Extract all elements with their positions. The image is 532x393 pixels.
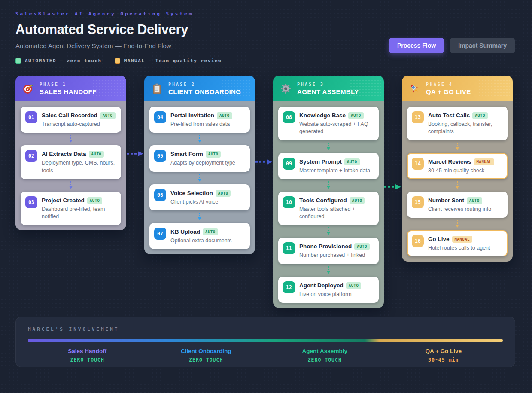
- step-title-row: KB UploadAUTO: [170, 228, 245, 235]
- step-card-07: 07KB UploadAUTOOptional extra documents: [149, 223, 250, 249]
- phase-header-text: PHASE 4QA + GO LIVE: [426, 82, 471, 95]
- involvement-segment: Client OnboardingZERO TOUCH: [147, 348, 266, 363]
- phase-body: 08Knowledge BaseAUTOWebsite auto-scraped…: [273, 101, 384, 308]
- step-title-row: Auto Test CallsAUTO: [428, 111, 503, 119]
- step-description: Master template + intake data: [299, 167, 374, 174]
- phase-header-text: PHASE 3AGENT ASSEMBLY: [297, 82, 359, 95]
- step-content: Smart FormAUTOAdapts by deployment type: [170, 150, 245, 167]
- step-title-row: System PromptAUTO: [299, 158, 374, 165]
- step-connector: [149, 133, 250, 145]
- auto-badge: AUTO: [472, 112, 488, 119]
- step-title: Auto Test Calls: [428, 112, 470, 119]
- step-connector: [407, 179, 508, 192]
- involvement-segment: Agent AssemblyZERO TOUCH: [265, 348, 384, 363]
- auto-badge: AUTO: [216, 190, 231, 197]
- step-content: Tools ConfiguredAUTOMaster tools attache…: [299, 196, 374, 221]
- phase-header: PHASE 4QA + GO LIVE: [402, 76, 513, 101]
- step-number-badge: 02: [25, 150, 37, 162]
- automated-swatch-icon: [15, 58, 21, 64]
- phase-column-1: PHASE 1SALES HANDOFF01Sales Call Recorde…: [15, 76, 126, 230]
- step-arrow-down-icon: [326, 227, 331, 235]
- step-description: Hotel routes calls to agent: [428, 244, 503, 252]
- step-description: Booking, callback, transfer, complaints: [428, 121, 503, 136]
- step-content: Go LiveMANUALHotel routes calls to agent: [428, 235, 503, 252]
- step-title-row: Agent DeployedAUTO: [299, 281, 374, 289]
- step-card-12: 12Agent DeployedAUTOLive on voice platfo…: [278, 277, 379, 303]
- step-card-11: 11Phone ProvisionedAUTONumber purchased …: [278, 238, 379, 264]
- involvement-phase-value: ZERO TOUCH: [28, 357, 147, 363]
- step-title: Tools Configured: [299, 197, 347, 204]
- phase-column-3: PHASE 3AGENT ASSEMBLY08Knowledge BaseAUT…: [273, 76, 384, 308]
- step-title: Smart Form: [170, 151, 203, 157]
- step-title: Sales Call Recorded: [42, 112, 97, 119]
- step-content: Portal InvitationAUTOPre-filled from sal…: [170, 111, 245, 128]
- step-connector: [278, 140, 379, 153]
- involvement-segment: QA + Go Live30-45 min: [384, 348, 503, 363]
- step-card-08: 08Knowledge BaseAUTOWebsite auto-scraped…: [278, 107, 379, 140]
- involvement-phase-value: 30-45 min: [384, 357, 503, 363]
- phase-eyebrow: PHASE 2: [168, 82, 241, 87]
- manual-badge: MANUAL: [474, 158, 495, 165]
- step-arrow-down-icon: [455, 220, 459, 228]
- step-arrow-down-icon: [455, 143, 459, 151]
- step-number-badge: 08: [283, 111, 295, 123]
- process-flow-tab[interactable]: Process Flow: [389, 38, 444, 53]
- involvement-phase-label: Sales Handoff: [28, 348, 147, 354]
- step-content: Agent DeployedAUTOLive on voice platform: [299, 281, 374, 298]
- step-number-badge: 10: [283, 196, 295, 208]
- phase-column-4: PHASE 4QA + GO LIVE13Auto Test CallsAUTO…: [402, 76, 513, 262]
- step-title: Phone Provisioned: [299, 243, 352, 250]
- step-card-04: 04Portal InvitationAUTOPre-filled from s…: [149, 107, 250, 133]
- step-connector: [278, 264, 379, 277]
- phase-header: PHASE 2CLIENT ONBOARDING: [144, 76, 255, 101]
- step-arrow-down-icon: [198, 174, 202, 182]
- step-number-badge: 13: [412, 111, 424, 123]
- involvement-panel: MARCEL'S INVOLVEMENT Sales HandoffZERO T…: [15, 317, 515, 367]
- auto-badge: AUTO: [344, 158, 360, 165]
- manual-swatch-icon: [115, 58, 120, 64]
- step-content: Number SentAUTOClient receives routing i…: [428, 196, 503, 213]
- step-title: System Prompt: [299, 158, 342, 165]
- step-number-badge: 11: [283, 242, 295, 254]
- involvement-phase-label: Agent Assembly: [265, 348, 384, 354]
- step-title: AI Extracts Data: [42, 151, 86, 157]
- phase-header: PHASE 3AGENT ASSEMBLY: [273, 76, 384, 101]
- step-connector: [21, 133, 121, 145]
- step-connector: [278, 225, 379, 238]
- page-title: Automated Service Delivery: [15, 22, 222, 37]
- step-arrow-down-icon: [326, 266, 331, 274]
- step-arrow-down-icon: [198, 213, 202, 221]
- page-header: SalesBlaster AI Agency Operating System …: [15, 11, 222, 64]
- view-tabs: Process FlowImpact Summary: [389, 38, 515, 53]
- step-description: Number purchased + linked: [299, 252, 374, 259]
- step-arrow-down-icon: [69, 181, 73, 189]
- clipboard-icon: [151, 83, 163, 94]
- step-number-badge: 03: [25, 196, 37, 208]
- process-flow-diagram: PHASE 1SALES HANDOFF01Sales Call Recorde…: [0, 76, 532, 316]
- step-description: Website auto-scraped + FAQ generated: [299, 121, 374, 136]
- auto-badge: AUTO: [350, 197, 365, 204]
- phase-header-text: PHASE 1SALES HANDOFF: [40, 82, 97, 95]
- auto-badge: AUTO: [100, 112, 116, 119]
- step-connector: [407, 140, 508, 153]
- step-title-row: Marcel ReviewsMANUAL: [428, 158, 503, 165]
- phase-eyebrow: PHASE 4: [426, 82, 471, 87]
- legend: AUTOMATED — zero touchMANUAL — Team qual…: [15, 58, 222, 64]
- step-number-badge: 15: [412, 196, 424, 208]
- step-connector: [407, 218, 508, 230]
- step-number-badge: 06: [154, 189, 166, 201]
- step-description: Live on voice platform: [299, 291, 374, 298]
- impact-summary-tab[interactable]: Impact Summary: [450, 38, 515, 53]
- involvement-phase-value: ZERO TOUCH: [147, 357, 266, 363]
- auto-badge: AUTO: [87, 197, 103, 204]
- step-title: Project Created: [42, 197, 85, 204]
- phase-column-2: PHASE 2CLIENT ONBOARDING04Portal Invitat…: [144, 76, 255, 254]
- step-title: KB Upload: [170, 228, 200, 235]
- involvement-phase-label: QA + Go Live: [384, 348, 503, 354]
- step-title: Agent Deployed: [299, 282, 344, 289]
- step-arrow-down-icon: [326, 181, 331, 189]
- involvement-title: MARCEL'S INVOLVEMENT: [28, 326, 503, 332]
- step-card-09: 09System PromptAUTOMaster template + int…: [278, 153, 379, 179]
- gear-icon: [280, 83, 292, 94]
- step-number-badge: 05: [154, 150, 166, 162]
